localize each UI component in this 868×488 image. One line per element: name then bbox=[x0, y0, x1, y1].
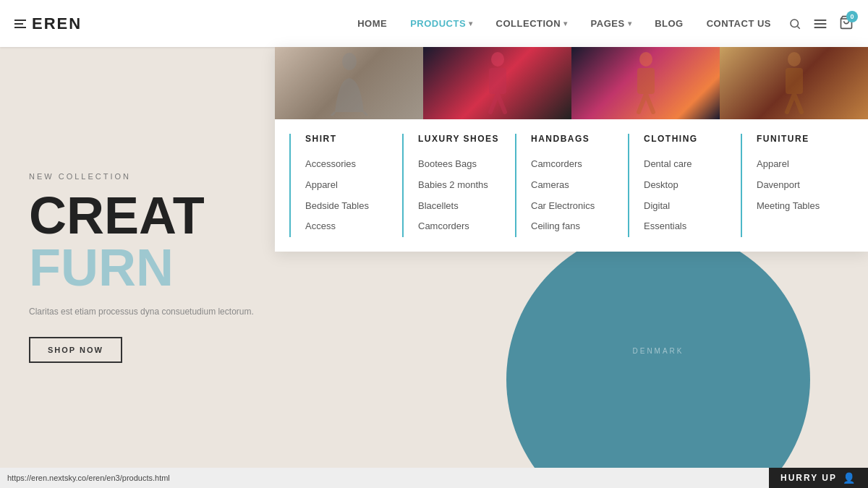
funiture-col-title: FUNITURE bbox=[751, 134, 845, 144]
header: EREN HOME PRODUCTS ▾ COLLECTION ▾ PAGES … bbox=[0, 0, 868, 47]
logo-text: EREN bbox=[32, 14, 82, 33]
mega-col-funiture: FUNITURE Apparel Davenport Meeting Table… bbox=[741, 134, 854, 237]
chevron-down-icon: ▾ bbox=[563, 20, 568, 27]
mega-col-handbags: HANDBAGS Camcorders Cameras Car Electron… bbox=[515, 134, 628, 237]
person-icon: 👤 bbox=[843, 472, 856, 484]
nav-item-blog[interactable]: BLOG bbox=[643, 18, 695, 29]
svg-line-20 bbox=[794, 94, 801, 112]
logo-area[interactable]: EREN bbox=[14, 14, 82, 33]
circle-label: DENMARK bbox=[632, 347, 684, 355]
mega-col-clothing: CLOTHING Dental care Desktop Digital Ess… bbox=[628, 134, 741, 237]
svg-line-12 bbox=[498, 94, 505, 112]
main-nav: HOME PRODUCTS ▾ COLLECTION ▾ PAGES ▾ BLO… bbox=[346, 18, 783, 29]
svg-line-16 bbox=[646, 94, 653, 112]
mega-menu-dropdown: SHIRT Accessories Apparel Bedside Tables… bbox=[275, 47, 868, 252]
hero-content: NEW COLLECTION CREAT FURN Claritas est e… bbox=[29, 172, 254, 362]
nav-item-home[interactable]: HOME bbox=[346, 18, 399, 29]
shop-now-button[interactable]: SHOP NOW bbox=[29, 337, 122, 363]
shirt-item-apparel[interactable]: Apparel bbox=[299, 175, 393, 196]
handbags-col-title: HANDBAGS bbox=[525, 134, 619, 144]
shirt-item-bedside-tables[interactable]: Bedside Tables bbox=[299, 196, 393, 217]
shirt-item-accessories[interactable]: Accessories bbox=[299, 154, 393, 175]
mega-menu-image-4 bbox=[720, 47, 868, 119]
mega-col-luxury-shoes: LUXURY SHOES Bootees Bags Babies 2 month… bbox=[402, 134, 515, 237]
mega-menu-images bbox=[275, 47, 868, 119]
shirt-col-title: SHIRT bbox=[299, 134, 393, 144]
hurry-up-label: HurRy UP bbox=[780, 473, 837, 483]
svg-point-0 bbox=[791, 20, 799, 27]
clothing-col-title: CLOTHING bbox=[638, 134, 732, 144]
svg-line-8 bbox=[364, 112, 367, 116]
funiture-item-meeting-tables[interactable]: Meeting Tables bbox=[751, 196, 845, 217]
mega-menu-image-1 bbox=[275, 47, 423, 119]
handbags-item-cameras[interactable]: Cameras bbox=[525, 175, 619, 196]
clothing-item-digital[interactable]: Digital bbox=[638, 196, 732, 217]
funiture-item-apparel[interactable]: Apparel bbox=[751, 154, 845, 175]
svg-line-1 bbox=[797, 26, 799, 28]
chevron-down-icon: ▾ bbox=[628, 20, 632, 27]
nav-item-collection[interactable]: COLLECTION ▾ bbox=[485, 18, 579, 29]
handbags-item-ceiling-fans[interactable]: Ceiling fans bbox=[525, 216, 619, 237]
mega-menu-columns: SHIRT Accessories Apparel Bedside Tables… bbox=[275, 134, 868, 237]
luxury-shoes-item-bootees-bags[interactable]: Bootees Bags bbox=[412, 154, 506, 175]
svg-line-7 bbox=[331, 112, 335, 116]
cart-badge: 0 bbox=[846, 11, 858, 22]
mega-menu-image-3 bbox=[571, 47, 720, 119]
funiture-item-davenport[interactable]: Davenport bbox=[751, 175, 845, 196]
search-button[interactable] bbox=[788, 17, 801, 30]
hurry-up-button[interactable]: HurRy UP 👤 bbox=[769, 468, 868, 488]
cart-button[interactable]: 0 bbox=[839, 15, 854, 33]
luxury-shoes-item-blacellets[interactable]: Blacellets bbox=[412, 196, 506, 217]
hamburger-button[interactable] bbox=[813, 17, 827, 30]
svg-rect-10 bbox=[489, 68, 506, 94]
nav-item-pages[interactable]: PAGES ▾ bbox=[579, 18, 644, 29]
svg-point-17 bbox=[788, 52, 801, 67]
status-bar: https://eren.nextsky.co/eren/en3/product… bbox=[0, 468, 868, 488]
mega-col-shirt: SHIRT Accessories Apparel Bedside Tables… bbox=[289, 134, 402, 237]
handbags-item-camcorders[interactable]: Camcorders bbox=[525, 154, 619, 175]
luxury-shoes-item-babies[interactable]: Babies 2 months bbox=[412, 175, 506, 196]
hero-title: CREAT FURN bbox=[29, 189, 254, 294]
menu-icon bbox=[14, 20, 26, 28]
nav-item-contact[interactable]: CONTACT US bbox=[695, 18, 783, 29]
svg-rect-18 bbox=[786, 68, 803, 94]
status-url: https://eren.nextsky.co/eren/en3/product… bbox=[7, 474, 170, 482]
hero-description: Claritas est etiam processus dyna consue… bbox=[29, 305, 254, 319]
chevron-down-icon: ▾ bbox=[469, 20, 473, 27]
nav-item-products[interactable]: PRODUCTS ▾ bbox=[399, 18, 484, 29]
svg-point-13 bbox=[639, 52, 652, 67]
svg-point-9 bbox=[491, 52, 504, 67]
hero-circle: DENMARK bbox=[506, 228, 810, 488]
luxury-shoes-item-camcorders[interactable]: Camcorders bbox=[412, 216, 506, 237]
svg-rect-14 bbox=[637, 68, 655, 94]
header-icons: 0 bbox=[788, 15, 854, 33]
luxury-shoes-col-title: LUXURY SHOES bbox=[412, 134, 506, 144]
clothing-item-dental-care[interactable]: Dental care bbox=[638, 154, 732, 175]
shirt-item-access[interactable]: Access bbox=[299, 216, 393, 237]
clothing-item-desktop[interactable]: Desktop bbox=[638, 175, 732, 196]
mega-menu-image-2 bbox=[423, 47, 571, 119]
hero-subtitle: NEW COLLECTION bbox=[29, 172, 254, 181]
handbags-item-car-electronics[interactable]: Car Electronics bbox=[525, 196, 619, 217]
svg-point-6 bbox=[342, 53, 357, 70]
clothing-item-essentials[interactable]: Essentials bbox=[638, 216, 732, 237]
